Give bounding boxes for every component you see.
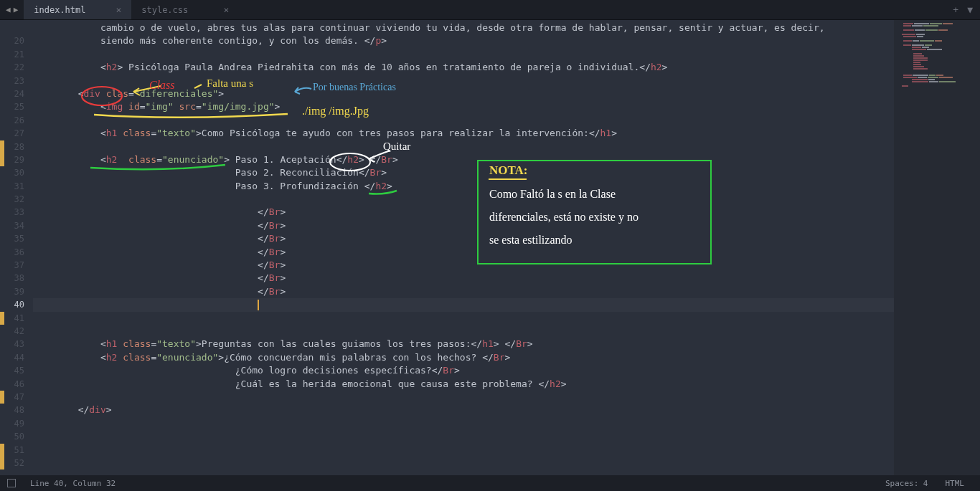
syntax-mode[interactable]: HTML <box>937 479 974 488</box>
minimap[interactable] <box>894 20 980 475</box>
line-gutter: 2021222324252627282930313233343536373839… <box>0 20 33 475</box>
tab-dropdown-icon[interactable]: ▼ <box>967 4 973 15</box>
console-toggle-icon[interactable] <box>7 479 16 487</box>
code-editor[interactable]: cambio o de vuelo, abres tus alas para c… <box>33 20 894 475</box>
close-icon[interactable]: × <box>209 4 229 15</box>
new-tab-icon[interactable]: + <box>953 4 958 15</box>
tab-label: index.html <box>34 5 85 15</box>
nav-back-icon[interactable]: ◀ <box>6 5 11 14</box>
tab-label: style.css <box>141 5 188 15</box>
editor-area: 2021222324252627282930313233343536373839… <box>0 20 980 475</box>
nav-arrows: ◀ ▶ <box>0 0 24 19</box>
nav-forward-icon[interactable]: ▶ <box>14 5 19 14</box>
tab-controls: + ▼ <box>946 0 980 19</box>
close-icon[interactable]: × <box>101 4 121 15</box>
tab-style-css[interactable]: style.css × <box>131 0 239 19</box>
tab-index-html[interactable]: index.html × <box>24 0 131 19</box>
tab-bar: ◀ ▶ index.html × style.css × + ▼ <box>0 0 980 20</box>
